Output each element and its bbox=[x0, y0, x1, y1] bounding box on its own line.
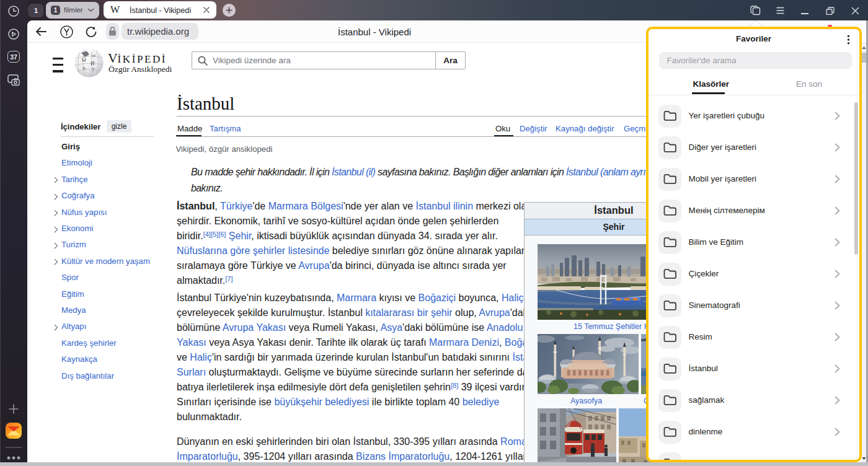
svg-text:И: И bbox=[91, 60, 95, 66]
svg-text:Ω: Ω bbox=[82, 56, 86, 63]
svg-text:ik: ik bbox=[82, 66, 86, 71]
svg-text:W: W bbox=[92, 53, 96, 58]
svg-text:7: 7 bbox=[92, 67, 95, 73]
